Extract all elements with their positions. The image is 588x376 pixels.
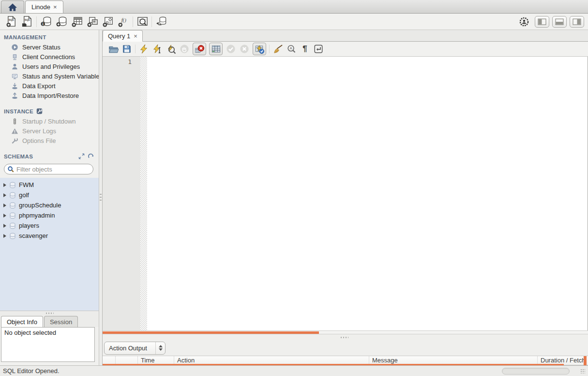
schema-filter[interactable] [4, 164, 93, 174]
schema-label: golf [19, 191, 29, 199]
open-sql-script-icon[interactable]: SQL [19, 15, 35, 29]
toolbar-separator [133, 16, 133, 27]
invisible-chars-icon[interactable]: ¶ [298, 43, 312, 55]
toggle-secondary-sidebar-icon[interactable] [570, 16, 584, 28]
schema-row-phpmyadmin[interactable]: phpmyadmin [0, 210, 99, 220]
sidebar-item-options-file[interactable]: Options File [0, 136, 99, 145]
sidebar-item-label: Client Connections [22, 53, 75, 61]
schema-db-icon [9, 233, 16, 239]
expand-icon[interactable] [78, 153, 85, 159]
schemas-section-title: SCHEMAS [4, 154, 33, 159]
sidebar-item-server-status[interactable]: Server Status [0, 42, 99, 52]
sidebar-item-server-logs[interactable]: Server Logs [0, 126, 99, 136]
sidebar-item-label: Data Import/Restore [22, 92, 79, 99]
sql-editor[interactable]: 1 [103, 57, 588, 330]
schema-label: scavenger [19, 232, 48, 239]
output-view-value: Action Output [105, 345, 155, 352]
schema-db-icon [9, 182, 16, 188]
find-icon[interactable]: A [285, 43, 298, 55]
rollback-icon[interactable] [238, 43, 251, 55]
instance-section-title: INSTANCE [4, 109, 33, 114]
sidebar-item-label: Server Status [22, 44, 60, 51]
sidebar-item-label: Users and Privileges [22, 63, 80, 70]
schema-row-groupschedule[interactable]: groupSchedule [0, 200, 99, 210]
editor-horizontal-scrollbar[interactable] [103, 330, 588, 334]
sidebar-item-data-export[interactable]: Data Export [0, 81, 99, 91]
users-privileges-icon [11, 63, 18, 70]
line-number: 1 [128, 58, 132, 65]
expander-icon[interactable] [3, 214, 6, 218]
expander-icon[interactable] [3, 234, 6, 238]
search-data-icon[interactable] [135, 15, 150, 29]
connection-tab[interactable]: Linode × [25, 0, 63, 13]
tab-session[interactable]: Session [44, 316, 78, 327]
filter-objects-input[interactable] [16, 166, 90, 173]
sidebar-item-client-connections[interactable]: Client Connections [0, 52, 99, 62]
reconnect-dbms-icon[interactable] [153, 15, 169, 29]
output-vertical-scrollbar-thumb[interactable] [584, 356, 587, 365]
toggle-sidebar-icon[interactable] [535, 16, 549, 28]
open-file-icon[interactable] [106, 43, 120, 55]
explain-icon[interactable] [164, 43, 178, 55]
expander-icon[interactable] [3, 183, 6, 187]
sidebar-splitter[interactable] [0, 311, 99, 315]
schema-row-golf[interactable]: golf [0, 190, 99, 200]
query-tab-strip: Query 1 × [103, 30, 588, 42]
expander-icon[interactable] [3, 204, 6, 207]
wrench-badge-icon [36, 108, 43, 114]
schema-row-fwm[interactable]: FWM [0, 180, 99, 190]
sidebar-item-data-import[interactable]: Data Import/Restore [0, 91, 99, 100]
sidebar-item-startup-shutdown[interactable]: Startup / Shutdown [0, 116, 99, 126]
refresh-icon[interactable] [88, 153, 94, 159]
schema-row-scavenger[interactable]: scavenger [0, 231, 99, 241]
sidebar-main-splitter[interactable] [99, 30, 103, 365]
execute-icon[interactable] [137, 43, 151, 55]
schema-row-players[interactable]: players [0, 220, 99, 231]
sidebar-item-system-variables[interactable]: Status and System Variables [0, 71, 99, 81]
create-function-icon[interactable]: f() [116, 15, 131, 29]
management-section-title: MANAGEMENT [4, 34, 46, 40]
create-view-icon[interactable] [85, 15, 100, 29]
schema-db-icon [9, 202, 16, 209]
expander-icon[interactable] [3, 224, 6, 228]
create-table-icon[interactable] [69, 15, 85, 29]
window-resize-grip[interactable] [580, 369, 585, 374]
expander-icon[interactable] [3, 193, 6, 197]
output-splitter[interactable] [103, 334, 588, 340]
stop-icon[interactable] [178, 43, 191, 55]
sidebar-item-label: Startup / Shutdown [22, 118, 76, 125]
create-schema-icon[interactable] [54, 15, 69, 29]
create-procedure-icon[interactable] [100, 15, 116, 29]
window-tab-bar: Linode × [0, 0, 588, 14]
query-tab[interactable]: Query 1 × [103, 30, 143, 42]
progress-indicator [502, 368, 570, 375]
connection-tab-close-icon[interactable]: × [53, 3, 57, 11]
query-tab-close-icon[interactable]: × [134, 32, 137, 40]
sidebar-item-users-privileges[interactable]: Users and Privileges [0, 62, 99, 71]
tab-object-info[interactable]: Object Info [1, 316, 43, 327]
commit-icon[interactable] [224, 43, 238, 55]
server-logs-icon [11, 127, 18, 135]
spinner-icon[interactable] [155, 342, 165, 354]
toolbar-separator [151, 16, 152, 27]
schema-inspector-icon[interactable]: i [38, 15, 54, 29]
sql-text-area[interactable] [147, 57, 588, 330]
preferences-icon[interactable] [516, 15, 532, 29]
output-view-select[interactable]: Action Output [104, 342, 166, 355]
home-tab[interactable] [1, 0, 24, 13]
execute-current-icon[interactable] [151, 43, 164, 55]
new-query-tab-icon[interactable]: SQL [4, 15, 19, 29]
scrollbar-thumb[interactable] [103, 331, 319, 334]
client-connections-icon [11, 53, 18, 61]
main-toolbar: SQL SQL i f() [0, 14, 588, 30]
beautify-icon[interactable] [271, 43, 285, 55]
stop-on-error-icon[interactable] [193, 43, 206, 55]
wrap-text-icon[interactable] [312, 43, 325, 55]
autocommit-icon[interactable] [253, 43, 266, 55]
limit-rows-icon[interactable] [209, 43, 223, 55]
schema-label: phpmyadmin [19, 212, 55, 219]
toggle-output-panel-icon[interactable] [552, 16, 567, 28]
sidebar-item-label: Data Export [22, 82, 56, 90]
output-toolbar: Action Output [103, 340, 588, 356]
save-icon[interactable] [120, 43, 134, 55]
